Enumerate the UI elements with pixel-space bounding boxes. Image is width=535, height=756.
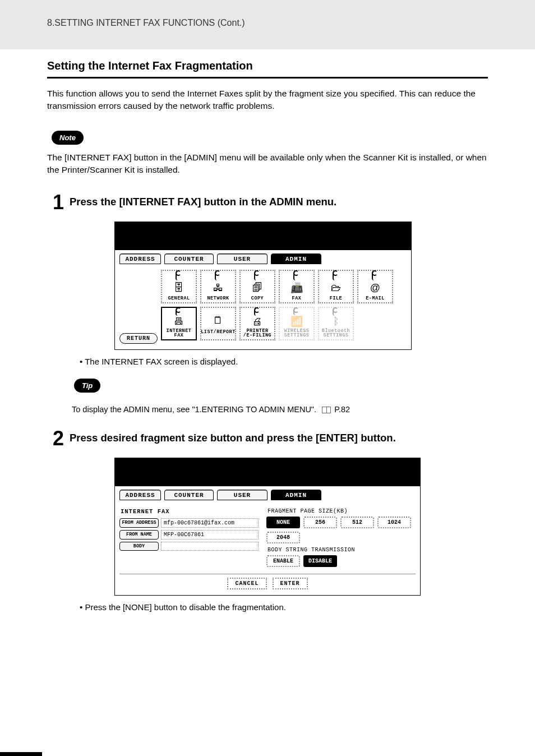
step1-result-bullet: The INTERNET FAX screen is displayed. — [80, 357, 488, 366]
internet-fax-screenshot: ADDRESS COUNTER USER ADMIN INTERNET FAX … — [114, 458, 421, 596]
body-string-label: BODY STRING TRANSMISSION — [268, 547, 416, 553]
from-name-button[interactable]: FROM NAME — [119, 530, 159, 540]
fax-icon: 📠 — [287, 280, 306, 295]
tab-row: ADDRESS COUNTER USER ADMIN — [115, 250, 411, 266]
cancel-button[interactable]: CANCEL — [227, 578, 266, 589]
admin-printer-efiling-button[interactable]: 🖨PRINTER /E-FILING — [239, 307, 275, 340]
fragment-2048-button[interactable]: 2048 — [266, 532, 300, 543]
copy-icon: 🗐 — [248, 280, 267, 295]
admin-file-button[interactable]: 🗁FILE — [318, 270, 354, 303]
step-text: Press desired fragment size button and p… — [70, 428, 396, 444]
admin-email-button[interactable]: @E-MAIL — [357, 270, 393, 303]
printer-efiling-icon: 🖨 — [248, 316, 267, 328]
step-text: Press the [INTERNET FAX] button in the A… — [70, 192, 336, 208]
from-address-value: mfp-00c67861@ifax.com — [161, 518, 259, 528]
wrench-icon — [333, 309, 338, 316]
admin-network-button[interactable]: 🖧NETWORK — [200, 270, 236, 303]
admin-bluetooth-button[interactable]: ᛒBluetooth SETTINGS — [318, 307, 354, 340]
wrench-icon — [333, 272, 338, 280]
wrench-icon — [293, 309, 299, 315]
bluetooth-icon: ᛒ — [326, 316, 345, 328]
section-title: Setting the Internet Fax Fragmentation — [47, 59, 488, 79]
network-icon: 🖧 — [209, 280, 228, 295]
step-2: 2 Press desired fragment size button and… — [47, 428, 488, 449]
body-button[interactable]: BODY — [119, 542, 159, 551]
wrench-icon — [176, 309, 181, 316]
step-number: 2 — [47, 428, 70, 449]
page-header-band: 8.SETTING INTERNET FAX FUNCTIONS (Cont.) — [0, 0, 535, 49]
tab-admin[interactable]: ADMIN — [271, 253, 321, 264]
tab-address[interactable]: ADDRESS — [119, 490, 161, 500]
admin-wireless-button[interactable]: 📶WIRELESS SETTINGS — [279, 307, 315, 340]
tab-counter[interactable]: COUNTER — [164, 253, 214, 264]
tab-user[interactable]: USER — [217, 490, 268, 500]
enter-button[interactable]: ENTER — [273, 578, 308, 589]
fragment-label: FRAGMENT PAGE SIZE(KB) — [268, 508, 416, 514]
admin-general-button[interactable]: 🗄GENERAL — [161, 270, 197, 303]
screen-title: INTERNET FAX — [121, 508, 259, 515]
wrench-icon — [176, 272, 181, 280]
from-name-value: MFP-00C67861 — [161, 530, 259, 540]
fragment-none-button[interactable]: NONE — [266, 517, 300, 528]
wrench-icon — [254, 309, 260, 316]
return-button[interactable]: RETURN — [119, 333, 158, 344]
tab-user[interactable]: USER — [217, 253, 268, 264]
section-intro: This function allows you to send the Int… — [47, 87, 488, 113]
tab-address[interactable]: ADDRESS — [119, 253, 161, 264]
tab-admin[interactable]: ADMIN — [271, 490, 321, 500]
wireless-icon: 📶 — [287, 315, 306, 328]
admin-internet-fax-button[interactable]: 🖷INTERNET FAX — [161, 307, 197, 340]
body-string-disable-button[interactable]: DISABLE — [303, 555, 337, 567]
breadcrumb: 8.SETTING INTERNET FAX FUNCTIONS (Cont.) — [47, 18, 535, 28]
wrench-icon — [372, 272, 377, 280]
admin-list-report-button[interactable]: 🗒LIST/REPORT — [200, 307, 236, 340]
wrench-icon — [215, 272, 220, 280]
note-badge: Note — [52, 131, 84, 145]
wrench-icon — [254, 272, 260, 280]
tip-text: To display the ADMIN menu, see "1.ENTERI… — [72, 405, 488, 414]
admin-copy-button[interactable]: 🗐COPY — [239, 270, 275, 303]
admin-fax-button[interactable]: 📠FAX — [279, 270, 315, 303]
page-number: 140 — [0, 752, 42, 756]
email-icon: @ — [366, 280, 385, 295]
fragment-1024-button[interactable]: 1024 — [377, 517, 411, 528]
internet-fax-icon: 🖷 — [169, 316, 188, 328]
tip-badge: Tip — [74, 379, 100, 393]
from-address-button[interactable]: FROM ADDRESS — [119, 518, 159, 528]
book-icon — [322, 407, 331, 413]
wrench-icon — [293, 272, 299, 280]
body-value — [161, 542, 259, 551]
page-footer: 140 4.SETTING ITEMS (ADMIN) — [0, 752, 535, 756]
general-icon: 🗄 — [169, 280, 188, 295]
fragment-512-button[interactable]: 512 — [340, 517, 374, 528]
body-string-enable-button[interactable]: ENABLE — [266, 555, 300, 567]
list-report-icon: 🗒 — [209, 313, 228, 329]
step-1: 1 Press the [INTERNET FAX] button in the… — [47, 192, 488, 213]
file-icon: 🗁 — [326, 280, 345, 295]
fragment-256-button[interactable]: 256 — [303, 517, 337, 528]
tab-counter[interactable]: COUNTER — [164, 490, 214, 500]
tab-row: ADDRESS COUNTER USER ADMIN — [115, 486, 420, 503]
tip-text-body: To display the ADMIN menu, see "1.ENTERI… — [72, 405, 316, 414]
step2-result-bullet: Press the [NONE] button to disable the f… — [80, 602, 488, 612]
step-number: 1 — [47, 192, 70, 213]
note-text: The [INTERNET FAX] button in the [ADMIN]… — [47, 151, 488, 177]
tip-page-ref: P.82 — [334, 405, 350, 414]
admin-menu-screenshot: ADDRESS COUNTER USER ADMIN RETURN 🗄GENER… — [114, 222, 412, 350]
